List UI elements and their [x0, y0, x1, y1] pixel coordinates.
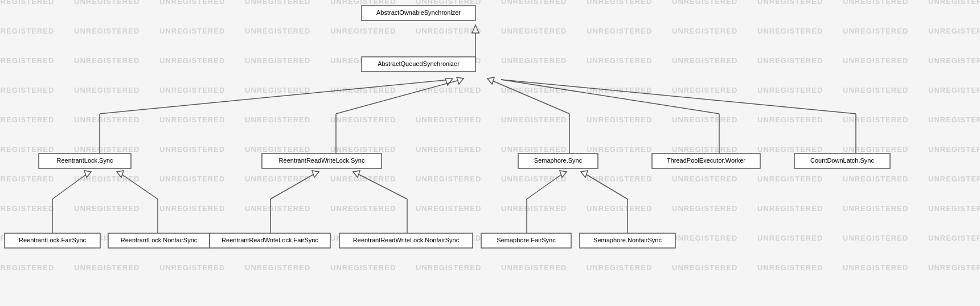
svg-line-14	[501, 80, 856, 114]
svg-line-25	[356, 173, 407, 199]
svg-line-22	[270, 173, 316, 199]
svg-marker-17	[84, 171, 91, 177]
svg-line-12	[501, 80, 719, 114]
node-SNFS-label: Semaphore.NonfairSync	[593, 237, 662, 243]
node-RLFS-label: ReentrantLock.FairSync	[19, 237, 86, 243]
svg-marker-32	[581, 171, 588, 177]
svg-line-19	[120, 173, 158, 199]
node-RRWLS-label: ReentrantReadWriteLock.Sync	[279, 157, 365, 164]
svg-line-28	[527, 173, 564, 199]
svg-marker-23	[312, 171, 319, 177]
node-RLNFS-label: ReentrantLock.NonfairSync	[121, 237, 198, 243]
svg-marker-10	[487, 77, 494, 84]
svg-marker-26	[353, 171, 360, 177]
class-hierarchy-diagram: AbstractOwnableSynchronizer AbstractQueu…	[0, 0, 980, 306]
node-AOS-label: AbstractOwnableSynchronizer	[376, 9, 461, 16]
diagram-container: AbstractOwnableSynchronizer AbstractQueu…	[0, 0, 980, 306]
node-AQS-label: AbstractQueuedSynchronizer	[378, 60, 460, 67]
svg-marker-20	[117, 171, 124, 177]
node-RRWLNFS-label: ReentrantReadWriteLock.NonfairSync	[353, 237, 460, 243]
svg-line-31	[584, 173, 628, 199]
svg-marker-7	[457, 77, 464, 84]
node-SS-label: Semaphore.Sync	[534, 157, 583, 164]
node-RLS-label: ReentrantLock.Sync	[56, 157, 113, 164]
node-RRWLFS-label: ReentrantReadWriteLock.FairSync	[222, 237, 318, 243]
svg-marker-29	[560, 171, 567, 177]
svg-marker-1	[472, 25, 479, 33]
node-CDLS-label: CountDownLatch.Sync	[810, 157, 874, 164]
node-TPEW-label: ThreadPoolExecutor.Worker	[667, 157, 745, 164]
svg-line-16	[52, 173, 88, 199]
node-SFS-label: Semaphore.FairSync	[497, 237, 556, 243]
